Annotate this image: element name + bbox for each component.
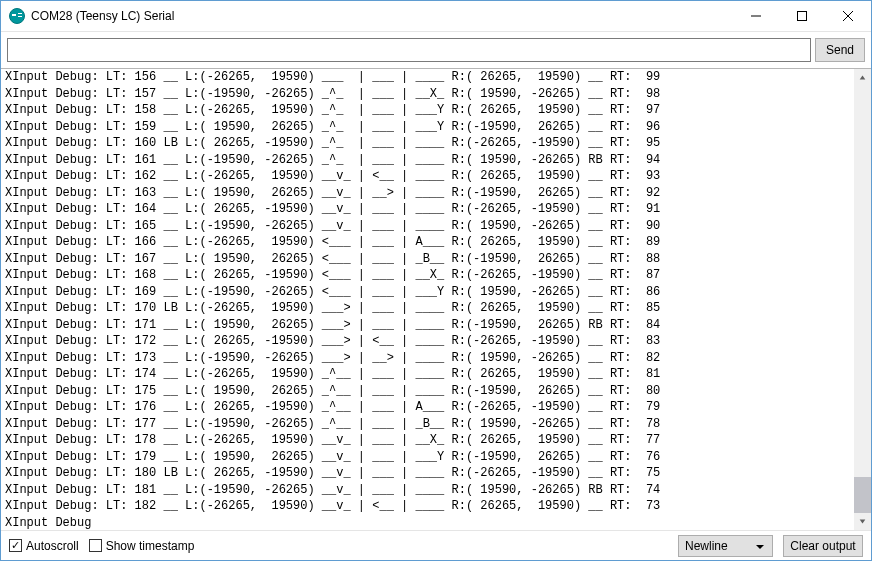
console-line: XInput Debug: LT: 170 LB L:(-26265, 1959… bbox=[5, 300, 854, 317]
console-line: XInput Debug: LT: 168 __ L:( 26265, -195… bbox=[5, 267, 854, 284]
console-line: XInput Debug: LT: 179 __ L:( 19590, 2626… bbox=[5, 449, 854, 466]
bottom-bar: Autoscroll Show timestamp Newline Clear … bbox=[1, 530, 871, 560]
console-line: XInput Debug: LT: 160 LB L:( 26265, -195… bbox=[5, 135, 854, 152]
console-line: XInput Debug: LT: 162 __ L:(-26265, 1959… bbox=[5, 168, 854, 185]
maximize-button[interactable] bbox=[779, 1, 825, 31]
arduino-icon bbox=[9, 8, 25, 24]
line-ending-value: Newline bbox=[685, 539, 728, 553]
window-controls bbox=[733, 1, 871, 31]
console-line: XInput Debug: LT: 177 __ L:(-19590, -262… bbox=[5, 416, 854, 433]
console-line: XInput Debug: LT: 158 __ L:(-26265, 1959… bbox=[5, 102, 854, 119]
close-button[interactable] bbox=[825, 1, 871, 31]
timestamp-box[interactable] bbox=[89, 539, 102, 552]
clear-output-button[interactable]: Clear output bbox=[783, 535, 863, 557]
title-bar: COM28 (Teensy LC) Serial bbox=[1, 1, 871, 32]
svg-marker-5 bbox=[860, 519, 866, 523]
console-line: XInput Debug: LT: 182 __ L:(-26265, 1959… bbox=[5, 498, 854, 515]
scroll-thumb[interactable] bbox=[854, 477, 871, 513]
console-line: XInput Debug: LT: 180 LB L:( 26265, -195… bbox=[5, 465, 854, 482]
console-line: XInput Debug: LT: 161 __ L:(-19590, -262… bbox=[5, 152, 854, 169]
console-line: XInput Debug: LT: 165 __ L:(-19590, -262… bbox=[5, 218, 854, 235]
serial-monitor-window: COM28 (Teensy LC) Serial Send XInput Deb… bbox=[0, 0, 872, 561]
svg-rect-1 bbox=[798, 12, 807, 21]
console-line: XInput Debug: LT: 163 __ L:( 19590, 2626… bbox=[5, 185, 854, 202]
console-line: XInput Debug: LT: 174 __ L:(-26265, 1959… bbox=[5, 366, 854, 383]
console-line: XInput Debug: LT: 181 __ L:(-19590, -262… bbox=[5, 482, 854, 499]
console-line: XInput Debug: LT: 171 __ L:( 19590, 2626… bbox=[5, 317, 854, 334]
console-line: XInput Debug bbox=[5, 515, 854, 531]
autoscroll-label: Autoscroll bbox=[26, 539, 79, 553]
console-line: XInput Debug: LT: 167 __ L:( 19590, 2626… bbox=[5, 251, 854, 268]
line-ending-dropdown[interactable]: Newline bbox=[678, 535, 773, 557]
vertical-scrollbar[interactable] bbox=[854, 69, 871, 530]
console-line: XInput Debug: LT: 175 __ L:( 19590, 2626… bbox=[5, 383, 854, 400]
serial-input[interactable] bbox=[7, 38, 811, 62]
console-line: XInput Debug: LT: 156 __ L:(-26265, 1959… bbox=[5, 69, 854, 86]
console-line: XInput Debug: LT: 157 __ L:(-19590, -262… bbox=[5, 86, 854, 103]
console-line: XInput Debug: LT: 166 __ L:(-26265, 1959… bbox=[5, 234, 854, 251]
console-line: XInput Debug: LT: 178 __ L:(-26265, 1959… bbox=[5, 432, 854, 449]
send-button[interactable]: Send bbox=[815, 38, 865, 62]
autoscroll-box[interactable] bbox=[9, 539, 22, 552]
minimize-button[interactable] bbox=[733, 1, 779, 31]
input-row: Send bbox=[1, 32, 871, 68]
console-line: XInput Debug: LT: 172 __ L:( 26265, -195… bbox=[5, 333, 854, 350]
scroll-up-arrow[interactable] bbox=[854, 69, 871, 86]
console-line: XInput Debug: LT: 176 __ L:( 26265, -195… bbox=[5, 399, 854, 416]
svg-marker-4 bbox=[860, 75, 866, 79]
scroll-down-arrow[interactable] bbox=[854, 513, 871, 530]
window-title: COM28 (Teensy LC) Serial bbox=[31, 9, 733, 23]
console-line: XInput Debug: LT: 173 __ L:(-19590, -262… bbox=[5, 350, 854, 367]
timestamp-label: Show timestamp bbox=[106, 539, 195, 553]
console-line: XInput Debug: LT: 159 __ L:( 19590, 2626… bbox=[5, 119, 854, 136]
timestamp-checkbox[interactable]: Show timestamp bbox=[89, 539, 195, 553]
scroll-track[interactable] bbox=[854, 86, 871, 513]
console-area: XInput Debug: LT: 156 __ L:(-26265, 1959… bbox=[1, 68, 871, 530]
autoscroll-checkbox[interactable]: Autoscroll bbox=[9, 539, 79, 553]
console-line: XInput Debug: LT: 169 __ L:(-19590, -262… bbox=[5, 284, 854, 301]
console-line: XInput Debug: LT: 164 __ L:( 26265, -195… bbox=[5, 201, 854, 218]
console-output: XInput Debug: LT: 156 __ L:(-26265, 1959… bbox=[1, 69, 854, 530]
